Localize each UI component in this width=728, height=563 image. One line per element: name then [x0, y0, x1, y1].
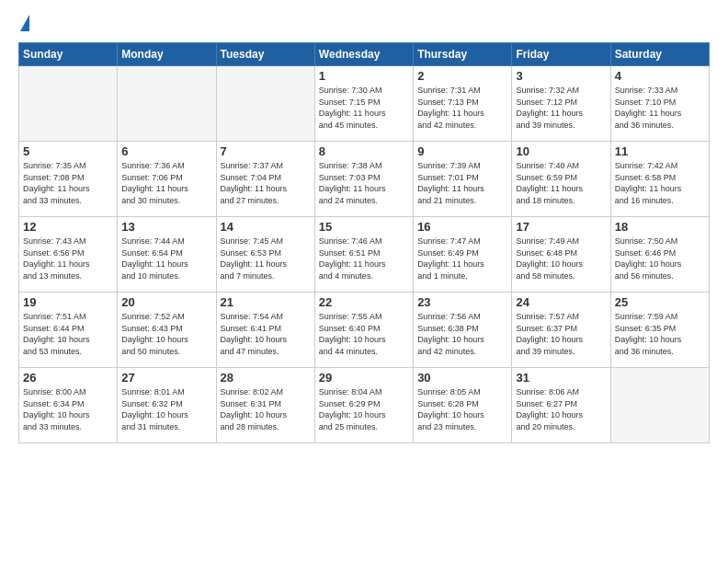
day-number: 20 — [121, 295, 211, 309]
calendar-cell: 13Sunrise: 7:44 AM Sunset: 6:54 PM Dayli… — [118, 217, 216, 293]
day-info: Sunrise: 7:47 AM Sunset: 6:49 PM Dayligh… — [417, 236, 507, 282]
day-info: Sunrise: 7:32 AM Sunset: 7:12 PM Dayligh… — [516, 85, 606, 131]
calendar-cell: 25Sunrise: 7:59 AM Sunset: 6:35 PM Dayli… — [610, 293, 709, 368]
day-number: 27 — [121, 371, 211, 385]
day-info: Sunrise: 7:35 AM Sunset: 7:08 PM Dayligh… — [23, 160, 113, 206]
calendar-cell: 4Sunrise: 7:33 AM Sunset: 7:10 PM Daylig… — [610, 66, 709, 142]
day-number: 29 — [319, 371, 409, 385]
calendar-week-2: 5Sunrise: 7:35 AM Sunset: 7:08 PM Daylig… — [19, 142, 710, 217]
calendar-cell: 15Sunrise: 7:46 AM Sunset: 6:51 PM Dayli… — [314, 217, 413, 293]
weekday-header-saturday: Saturday — [610, 43, 709, 66]
calendar-week-3: 12Sunrise: 7:43 AM Sunset: 6:56 PM Dayli… — [19, 217, 710, 293]
calendar-cell — [216, 66, 314, 142]
day-number: 5 — [23, 144, 113, 158]
calendar-cell: 28Sunrise: 8:02 AM Sunset: 6:31 PM Dayli… — [216, 368, 314, 443]
logo — [18, 15, 29, 33]
day-info: Sunrise: 7:44 AM Sunset: 6:54 PM Dayligh… — [121, 236, 211, 282]
day-info: Sunrise: 7:33 AM Sunset: 7:10 PM Dayligh… — [615, 85, 705, 131]
day-number: 31 — [516, 371, 606, 385]
day-info: Sunrise: 7:50 AM Sunset: 6:46 PM Dayligh… — [615, 236, 705, 282]
day-number: 9 — [417, 144, 507, 158]
day-number: 23 — [417, 295, 507, 309]
calendar-cell: 30Sunrise: 8:05 AM Sunset: 6:28 PM Dayli… — [414, 368, 512, 443]
header — [18, 15, 710, 33]
day-info: Sunrise: 7:38 AM Sunset: 7:03 PM Dayligh… — [319, 160, 409, 206]
calendar-cell: 11Sunrise: 7:42 AM Sunset: 6:58 PM Dayli… — [610, 142, 709, 217]
calendar-cell — [19, 66, 118, 142]
day-number: 22 — [319, 295, 409, 309]
day-number: 25 — [615, 295, 705, 309]
day-info: Sunrise: 7:43 AM Sunset: 6:56 PM Dayligh… — [23, 236, 113, 282]
calendar-cell: 10Sunrise: 7:40 AM Sunset: 6:59 PM Dayli… — [512, 142, 610, 217]
calendar-cell: 7Sunrise: 7:37 AM Sunset: 7:04 PM Daylig… — [216, 142, 314, 217]
calendar-cell — [118, 66, 216, 142]
calendar-cell — [610, 368, 709, 443]
day-number: 24 — [516, 295, 606, 309]
calendar-cell: 23Sunrise: 7:56 AM Sunset: 6:38 PM Dayli… — [414, 293, 512, 368]
day-number: 4 — [615, 69, 705, 83]
day-info: Sunrise: 8:04 AM Sunset: 6:29 PM Dayligh… — [319, 386, 409, 432]
day-info: Sunrise: 7:56 AM Sunset: 6:38 PM Dayligh… — [417, 311, 507, 357]
weekday-header-sunday: Sunday — [19, 43, 118, 66]
day-info: Sunrise: 7:45 AM Sunset: 6:53 PM Dayligh… — [221, 236, 311, 282]
day-number: 3 — [516, 69, 606, 83]
logo-triangle-icon — [20, 15, 29, 31]
day-number: 26 — [23, 371, 113, 385]
calendar-cell: 29Sunrise: 8:04 AM Sunset: 6:29 PM Dayli… — [314, 368, 413, 443]
weekday-header-friday: Friday — [512, 43, 610, 66]
weekday-header-thursday: Thursday — [414, 43, 512, 66]
day-info: Sunrise: 7:31 AM Sunset: 7:13 PM Dayligh… — [417, 85, 507, 131]
day-info: Sunrise: 8:06 AM Sunset: 6:27 PM Dayligh… — [516, 386, 606, 432]
day-info: Sunrise: 7:52 AM Sunset: 6:43 PM Dayligh… — [121, 311, 211, 357]
day-number: 2 — [417, 69, 507, 83]
day-info: Sunrise: 7:46 AM Sunset: 6:51 PM Dayligh… — [319, 236, 409, 282]
day-number: 28 — [221, 371, 311, 385]
day-info: Sunrise: 7:54 AM Sunset: 6:41 PM Dayligh… — [221, 311, 311, 357]
calendar-week-4: 19Sunrise: 7:51 AM Sunset: 6:44 PM Dayli… — [19, 293, 710, 368]
calendar-cell: 21Sunrise: 7:54 AM Sunset: 6:41 PM Dayli… — [216, 293, 314, 368]
calendar-cell: 12Sunrise: 7:43 AM Sunset: 6:56 PM Dayli… — [19, 217, 118, 293]
day-info: Sunrise: 7:59 AM Sunset: 6:35 PM Dayligh… — [615, 311, 705, 357]
day-info: Sunrise: 7:49 AM Sunset: 6:48 PM Dayligh… — [516, 236, 606, 282]
day-info: Sunrise: 7:37 AM Sunset: 7:04 PM Dayligh… — [221, 160, 311, 206]
calendar-header-row: SundayMondayTuesdayWednesdayThursdayFrid… — [19, 43, 710, 66]
day-number: 10 — [516, 144, 606, 158]
calendar-cell: 20Sunrise: 7:52 AM Sunset: 6:43 PM Dayli… — [118, 293, 216, 368]
calendar-cell: 6Sunrise: 7:36 AM Sunset: 7:06 PM Daylig… — [118, 142, 216, 217]
day-number: 12 — [23, 220, 113, 234]
day-number: 11 — [615, 144, 705, 158]
day-info: Sunrise: 7:36 AM Sunset: 7:06 PM Dayligh… — [121, 160, 211, 206]
calendar-week-1: 1Sunrise: 7:30 AM Sunset: 7:15 PM Daylig… — [19, 66, 710, 142]
day-info: Sunrise: 8:02 AM Sunset: 6:31 PM Dayligh… — [221, 386, 311, 432]
day-number: 18 — [615, 220, 705, 234]
calendar-cell: 2Sunrise: 7:31 AM Sunset: 7:13 PM Daylig… — [414, 66, 512, 142]
day-number: 7 — [221, 144, 311, 158]
weekday-header-tuesday: Tuesday — [216, 43, 314, 66]
calendar-cell: 8Sunrise: 7:38 AM Sunset: 7:03 PM Daylig… — [314, 142, 413, 217]
day-info: Sunrise: 8:01 AM Sunset: 6:32 PM Dayligh… — [121, 386, 211, 432]
day-number: 16 — [417, 220, 507, 234]
day-number: 13 — [121, 220, 211, 234]
day-info: Sunrise: 7:30 AM Sunset: 7:15 PM Dayligh… — [319, 85, 409, 131]
calendar-cell: 19Sunrise: 7:51 AM Sunset: 6:44 PM Dayli… — [19, 293, 118, 368]
page: SundayMondayTuesdayWednesdayThursdayFrid… — [0, 0, 728, 563]
calendar-cell: 14Sunrise: 7:45 AM Sunset: 6:53 PM Dayli… — [216, 217, 314, 293]
day-number: 19 — [23, 295, 113, 309]
calendar-cell: 3Sunrise: 7:32 AM Sunset: 7:12 PM Daylig… — [512, 66, 610, 142]
calendar-cell: 9Sunrise: 7:39 AM Sunset: 7:01 PM Daylig… — [414, 142, 512, 217]
day-number: 17 — [516, 220, 606, 234]
calendar-cell: 18Sunrise: 7:50 AM Sunset: 6:46 PM Dayli… — [610, 217, 709, 293]
day-info: Sunrise: 7:51 AM Sunset: 6:44 PM Dayligh… — [23, 311, 113, 357]
calendar-cell: 26Sunrise: 8:00 AM Sunset: 6:34 PM Dayli… — [19, 368, 118, 443]
calendar-table: SundayMondayTuesdayWednesdayThursdayFrid… — [18, 42, 710, 443]
calendar-cell: 5Sunrise: 7:35 AM Sunset: 7:08 PM Daylig… — [19, 142, 118, 217]
day-number: 14 — [221, 220, 311, 234]
day-info: Sunrise: 8:00 AM Sunset: 6:34 PM Dayligh… — [23, 386, 113, 432]
calendar-cell: 16Sunrise: 7:47 AM Sunset: 6:49 PM Dayli… — [414, 217, 512, 293]
calendar-cell: 17Sunrise: 7:49 AM Sunset: 6:48 PM Dayli… — [512, 217, 610, 293]
weekday-header-wednesday: Wednesday — [314, 43, 413, 66]
day-number: 8 — [319, 144, 409, 158]
day-number: 15 — [319, 220, 409, 234]
calendar-cell: 31Sunrise: 8:06 AM Sunset: 6:27 PM Dayli… — [512, 368, 610, 443]
day-number: 21 — [221, 295, 311, 309]
